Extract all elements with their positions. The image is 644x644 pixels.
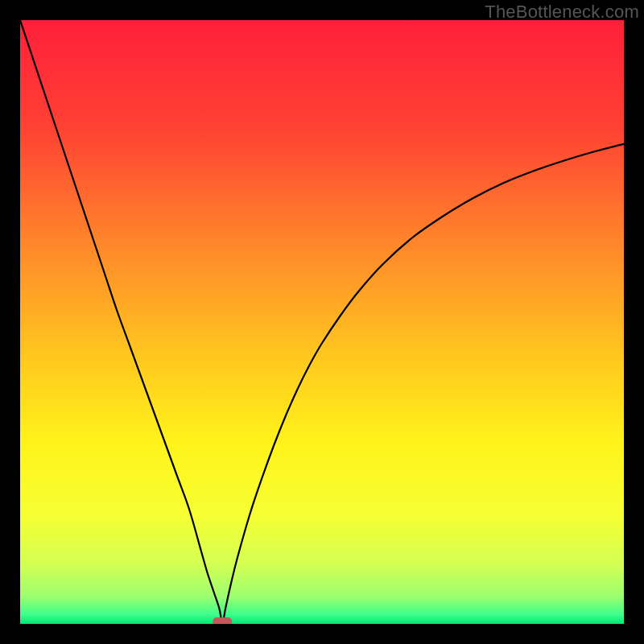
chart-svg: [20, 20, 624, 624]
chart-background: [20, 20, 624, 624]
chart-frame: TheBottleneck.com: [0, 0, 644, 644]
minimum-marker: [213, 617, 232, 624]
chart-plot-area: [20, 20, 624, 624]
